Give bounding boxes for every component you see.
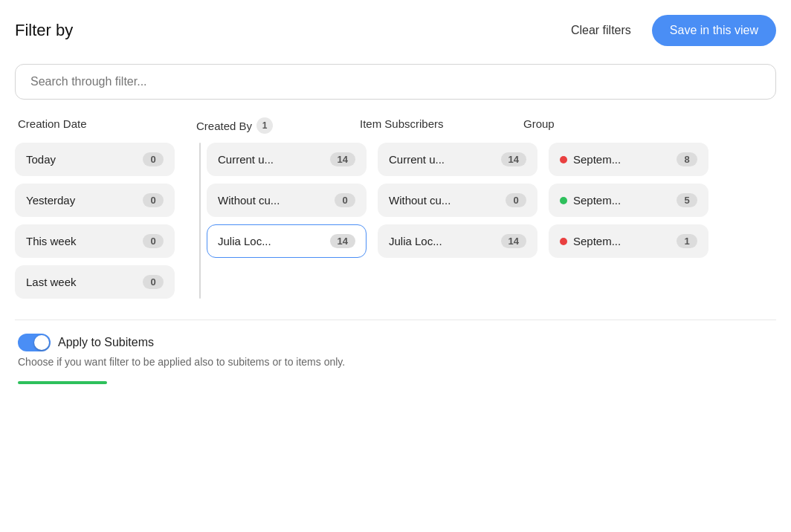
apply-row: Apply to Subitems	[18, 334, 773, 351]
list-item[interactable]: Julia Loc... 14	[378, 224, 537, 258]
columns-header: Creation Date Created By 1 Item Subscrib…	[15, 117, 776, 134]
creation-date-list: Today 0 Yesterday 0 This week 0 Last wee…	[15, 143, 193, 299]
subscribers-list: Current u... 14 Without cu... 0 Julia Lo…	[378, 143, 549, 258]
save-view-button[interactable]: Save in this view	[652, 15, 776, 46]
group-list: Septem... 8 Septem... 5 Septem...	[549, 143, 720, 258]
created-by-column: Current u... 14 Without cu... 0 Julia Lo…	[207, 143, 378, 299]
list-item[interactable]: Septem... 5	[549, 184, 708, 217]
col-header-item-subscribers: Item Subscribers	[360, 117, 523, 134]
list-item[interactable]: Current u... 14	[378, 143, 537, 176]
col-header-creation-date: Creation Date	[18, 117, 196, 134]
list-item[interactable]: Julia Loc... 14	[207, 224, 367, 258]
apply-subitems-label: Apply to Subitems	[58, 336, 154, 349]
apply-subitems-desc: Choose if you want filter to be applied …	[18, 356, 773, 368]
created-by-list: Current u... 14 Without cu... 0 Julia Lo…	[207, 143, 378, 258]
list-item[interactable]: Septem... 1	[549, 224, 708, 258]
bottom-bar	[18, 381, 107, 384]
filter-body: Today 0 Yesterday 0 This week 0 Last wee…	[15, 143, 776, 299]
list-item[interactable]: Current u... 14	[207, 143, 367, 176]
column-divider	[199, 143, 201, 299]
col-header-created-by: Created By 1	[196, 117, 360, 134]
clear-filters-button[interactable]: Clear filters	[562, 18, 640, 43]
creation-date-column: Today 0 Yesterday 0 This week 0 Last wee…	[15, 143, 193, 299]
dot-red-icon	[560, 238, 567, 245]
dot-red-icon	[560, 156, 567, 163]
dot-green-icon	[560, 197, 567, 204]
list-item[interactable]: Without cu... 0	[207, 184, 367, 217]
col-header-group: Group	[523, 117, 687, 134]
list-item[interactable]: Without cu... 0	[378, 184, 537, 217]
filter-header: Filter by Clear filters Save in this vie…	[15, 12, 776, 49]
list-item[interactable]: Today 0	[15, 143, 175, 176]
group-column: Septem... 8 Septem... 5 Septem...	[549, 143, 720, 299]
header-actions: Clear filters Save in this view	[562, 15, 776, 46]
list-item[interactable]: Septem... 8	[549, 143, 708, 176]
toggle-knob	[34, 335, 49, 350]
list-item[interactable]: Last week 0	[15, 265, 175, 299]
list-item[interactable]: This week 0	[15, 224, 175, 258]
filter-panel: Filter by Clear filters Save in this vie…	[0, 0, 791, 384]
subscribers-column: Current u... 14 Without cu... 0 Julia Lo…	[378, 143, 549, 299]
list-item[interactable]: Yesterday 0	[15, 184, 175, 217]
filter-title: Filter by	[15, 21, 73, 40]
created-by-badge: 1	[256, 117, 273, 134]
search-input[interactable]	[30, 75, 761, 88]
apply-subitems-toggle[interactable]	[18, 334, 51, 351]
bottom-section: Apply to Subitems Choose if you want fil…	[15, 319, 776, 384]
search-wrapper	[15, 64, 776, 100]
